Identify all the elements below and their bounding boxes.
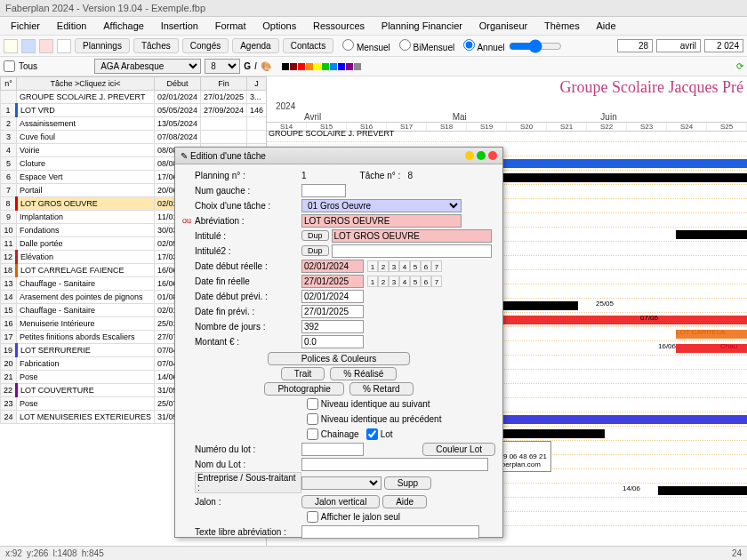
retard-button[interactable]: % Retard (349, 382, 414, 396)
save-icon[interactable] (21, 39, 36, 53)
polices-button[interactable]: Polices & Couleurs (268, 352, 410, 365)
color-swatches[interactable] (282, 63, 361, 70)
gantt-text-label: Dalle portée (507, 300, 545, 308)
dup2-button[interactable]: Dup (301, 245, 329, 256)
abrev-input[interactable] (301, 214, 462, 228)
tab-contacts[interactable]: Contacts (283, 38, 333, 53)
lot-checkbox[interactable] (366, 428, 378, 441)
table-row[interactable]: 3Cuve fioul07/08/2024 (1, 131, 268, 144)
edit-task-dialog: ✎ Edition d'une tâche Planning n° :1 Tâc… (174, 147, 503, 538)
tab-plannings[interactable]: Plannings (75, 38, 130, 53)
montant-input[interactable] (301, 335, 364, 348)
photo-button[interactable]: Photographie (264, 382, 344, 396)
menu-edition[interactable]: Edition (50, 19, 94, 33)
numlot-label: Numéro du lot : (195, 444, 301, 454)
niv2-checkbox[interactable] (307, 412, 318, 426)
tous-checkbox[interactable] (4, 60, 15, 72)
menu-affichage[interactable]: Affichage (96, 19, 151, 33)
menu-ressources[interactable]: Ressources (306, 19, 372, 33)
col-num: n° (1, 77, 17, 91)
radio-annuel[interactable]: Annuel (458, 39, 504, 52)
year-field[interactable] (704, 39, 743, 52)
italic-icon[interactable]: I (254, 61, 257, 71)
entreprise-select[interactable] (301, 476, 382, 490)
table-row[interactable]: 1LOT VRD05/05/202427/09/2024146>menu< (1, 104, 268, 117)
gantt-title: Groupe Scolaire Jacques Pré (560, 78, 743, 97)
choix-label: Choix d'une tâche : (195, 201, 301, 211)
new-icon[interactable] (4, 39, 18, 53)
status-bar: x:92 y:266 l:1408 h:845 24 (0, 546, 747, 560)
menu-insertion[interactable]: Insertion (154, 19, 205, 33)
ddr-label: Date début réelle : (195, 261, 301, 271)
gantt-text-label: Chau (720, 342, 737, 350)
zoom-slider[interactable] (509, 39, 562, 53)
niv1-checkbox[interactable] (307, 397, 318, 411)
ddp-input[interactable] (301, 290, 364, 303)
numg-input[interactable] (301, 184, 346, 197)
jalonv-button[interactable]: Jalon vertical (301, 495, 380, 508)
tab-conges[interactable]: Congés (182, 38, 229, 53)
table-row[interactable]: GROUPE SCOLAIRE J. PREVERT02/01/202427/0… (1, 91, 268, 104)
size-select[interactable]: 8 (205, 59, 240, 74)
nj-input[interactable] (301, 320, 364, 333)
numg-label: Num gauche : (195, 186, 301, 196)
nomlot-input[interactable] (301, 458, 488, 471)
dfp-input[interactable] (301, 305, 364, 318)
menubar: Fichier Edition Affichage Insertion Form… (0, 17, 747, 36)
col-tache[interactable]: Tâche >Cliquez ici< (17, 77, 155, 91)
pencil-icon: ✎ (181, 151, 188, 161)
maximize-icon[interactable] (477, 151, 486, 160)
afficher-checkbox[interactable] (307, 510, 318, 524)
day-field[interactable] (617, 39, 653, 52)
bold-icon[interactable]: G (244, 61, 251, 71)
gantt-text-label: LOT SERRURERIE (534, 413, 596, 421)
tab-agenda[interactable]: Agenda (232, 38, 278, 53)
chainage-checkbox[interactable] (307, 428, 318, 441)
choix-select[interactable]: 01 Gros Oeuvre (301, 199, 462, 212)
font-select[interactable]: AGA Arabesque (94, 59, 201, 74)
niv1-label: Niveau identique au suivant (321, 399, 430, 409)
trait-button[interactable]: Trait (281, 367, 325, 380)
menu-aide[interactable]: Aide (589, 19, 622, 33)
texte-input[interactable] (301, 525, 479, 539)
abrev-label: Abréviation : (195, 216, 301, 226)
intitule-input[interactable] (332, 229, 492, 243)
close-icon[interactable] (488, 151, 497, 160)
radio-mensuel[interactable]: Mensuel (337, 39, 390, 52)
ddr-input[interactable] (301, 260, 364, 273)
toolbar-main: Plannings Tâches Congés Agenda Contacts … (0, 36, 747, 57)
menu-planning-financier[interactable]: Planning Financier (374, 19, 470, 33)
print-icon[interactable] (57, 39, 71, 53)
delete-icon[interactable] (39, 39, 53, 53)
tache-value: 8 (408, 171, 414, 180)
palette-icon[interactable]: 🎨 (261, 61, 271, 71)
refresh-icon[interactable]: ⟳ (736, 61, 743, 71)
menu-fichier[interactable]: Fichier (4, 19, 47, 33)
radio-bimensuel[interactable]: BiMensuel (394, 39, 454, 52)
supp-button[interactable]: Supp (384, 476, 431, 490)
minimize-icon[interactable] (465, 151, 474, 160)
numlot-input[interactable] (301, 443, 364, 456)
intitule2-label: Intitulé2 : (195, 246, 301, 256)
month-field[interactable] (656, 39, 701, 52)
couleurlot-button[interactable]: Couleur Lot (422, 443, 495, 456)
chainage-label: Chainage (321, 429, 359, 439)
dup-button[interactable]: Dup (301, 230, 329, 241)
menu-themes[interactable]: Thèmes (537, 19, 587, 33)
dfr-input[interactable] (301, 275, 364, 288)
table-row[interactable]: 2Assainissement13/05/2024 (1, 117, 268, 131)
tab-taches[interactable]: Tâches (133, 38, 179, 53)
month-juin: Juin (598, 112, 747, 122)
menu-format[interactable]: Format (208, 19, 253, 33)
col-j[interactable]: J (246, 77, 266, 91)
menu-options[interactable]: Options (255, 19, 303, 33)
col-fin[interactable]: Fin (200, 77, 246, 91)
menu-organiseur[interactable]: Organiseur (472, 19, 534, 33)
tous-label: Tous (19, 61, 37, 71)
intitule2-input[interactable] (332, 244, 492, 258)
aide-button[interactable]: Aide (382, 495, 427, 508)
gantt-bar[interactable] (658, 486, 747, 495)
col-debut[interactable]: Début (154, 77, 200, 91)
ddp-label: Date début prévi. : (195, 292, 301, 301)
realise-button[interactable]: % Réalisé (330, 367, 397, 380)
